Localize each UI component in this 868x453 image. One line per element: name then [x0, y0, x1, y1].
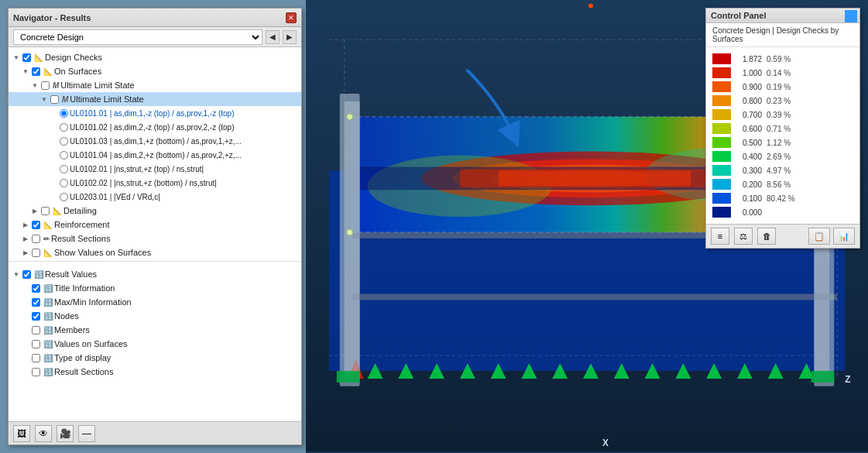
svg-rect-39 [340, 94, 360, 386]
control-panel-footer: ≡ ⚖ 🗑 📋 📊 [706, 224, 859, 248]
checkbox-reinforcement[interactable] [32, 221, 40, 229]
expand-icon: ▼ [12, 54, 21, 61]
tree-item-ul0102-02[interactable]: UL0102.02 | |ns,strut,+z (bottom) / ns,s… [9, 176, 301, 190]
footer-btn-3[interactable]: 🗑 [757, 228, 776, 245]
legend-color-4 [712, 109, 731, 120]
tree-item-result-sections-tree[interactable]: ▶ ✏ Result Sections [9, 232, 301, 245]
tree-item-nodes[interactable]: 🔢 Nodes [9, 309, 301, 323]
tree-item-show-values[interactable]: ▶ 📐 Show Values on Surfaces [9, 245, 301, 259]
checkbox-uls2[interactable] [50, 95, 59, 104]
footer-btn-2[interactable]: ⚖ [734, 228, 753, 245]
legend-pct-2: 0.19 % [767, 83, 791, 91]
legend-row-0: 1.8720.59 % [712, 52, 853, 66]
tree-item-uls2[interactable]: ▼ M Ultimate Limit State [9, 92, 301, 106]
radio-ul0101-02[interactable] [60, 123, 68, 132]
checkbox-title-info[interactable] [32, 284, 40, 293]
tree-item-uls1[interactable]: ▼ M Ultimate Limit State [9, 78, 301, 92]
expand-icon: ▼ [30, 82, 39, 89]
tree-item-reinforcement[interactable]: ▶ 📐 Reinforcement [9, 218, 301, 232]
legend-pct-5: 0.71 % [767, 125, 791, 133]
tree-item-members[interactable]: 🔢 Members [9, 323, 301, 337]
tree-item-ul0203-01[interactable]: UL0203.01 | |VEd / VRd,c| [9, 190, 301, 204]
label-ul0102-01: UL0102.01 | |ns,strut,+z (top) / ns,stru… [70, 165, 204, 173]
icon-on-surfaces: 📐 [43, 67, 53, 76]
radio-ul0102-02[interactable] [60, 179, 68, 187]
prev-arrow-button[interactable]: ◀ [266, 30, 280, 44]
label-values-on-surfaces: Values on Surfaces [54, 339, 128, 348]
checkbox-members[interactable] [32, 326, 40, 335]
legend-row-11: 0.000 [712, 205, 853, 219]
radio-ul0101-01[interactable] [60, 109, 68, 118]
tree-item-on-surfaces[interactable]: ▼ 📐 On Surfaces [9, 64, 301, 78]
checkbox-maxmin[interactable] [32, 298, 40, 307]
tree-item-ul0101-03[interactable]: UL0101.03 | as,dim,1,+z (bottom) / as,pr… [9, 134, 301, 148]
tree-item-design-checks[interactable]: ▼ 📐 Design Checks [9, 50, 301, 64]
navigator-footer: 🖼 👁 🎥 — [9, 421, 301, 444]
radio-ul0101-03[interactable] [60, 137, 68, 146]
tree-item-title-info[interactable]: 🔢 Title Information [9, 281, 301, 295]
footer-btn-4[interactable]: 📋 [808, 228, 830, 245]
tree-item-ul0101-01[interactable]: UL0101.01 | as,dim,1,-z (top) / as,prov,… [9, 106, 301, 120]
legend-value-1: 1.000 [734, 69, 762, 77]
svg-rect-14 [345, 101, 360, 379]
checkbox-values-on-surfaces[interactable] [32, 340, 40, 348]
legend-color-2 [712, 81, 731, 92]
legend-row-4: 0.7000.39 % [712, 108, 853, 122]
tree-item-maxmin[interactable]: 🔢 Max/Min Information [9, 295, 301, 309]
legend-value-7: 0.400 [734, 153, 762, 161]
footer-camera-button[interactable]: 🎥 [57, 425, 74, 442]
svg-marker-26 [614, 363, 630, 379]
label-type-of-display: Type of display [54, 353, 111, 362]
legend-value-8: 0.300 [734, 166, 762, 175]
checkbox-nodes[interactable] [32, 312, 40, 321]
footer-btn-5[interactable]: 📊 [833, 228, 855, 245]
radio-ul0101-04[interactable] [60, 151, 68, 160]
concrete-design-dropdown[interactable]: Concrete Design [13, 29, 262, 45]
tree-item-type-of-display[interactable]: 🔢 Type of display [9, 351, 301, 365]
checkbox-result-sections-bottom[interactable] [32, 368, 40, 376]
tree-item-result-sections-bottom[interactable]: 🔢 Result Sections [9, 365, 301, 379]
tree-item-ul0101-04[interactable]: UL0101.04 | as,dim,2,+z (bottom) / as,pr… [9, 148, 301, 162]
radio-ul0203-01[interactable] [60, 193, 68, 201]
checkbox-design-checks[interactable] [22, 53, 31, 62]
tree-item-detailing[interactable]: ▶ 📐 Detailing [9, 204, 301, 218]
legend-value-0: 1.872 [734, 55, 762, 63]
legend-color-10 [712, 193, 731, 204]
close-button[interactable]: ✕ [286, 12, 297, 23]
tree-item-ul0101-02[interactable]: UL0101.02 | as,dim,2,-z (top) / as,prov,… [9, 120, 301, 134]
expand-icon: ▶ [30, 208, 39, 214]
footer-btn-1[interactable]: ≡ [711, 228, 729, 245]
checkbox-result-values[interactable] [22, 270, 31, 279]
label-on-surfaces: On Surfaces [54, 67, 101, 76]
expand-icon: ▶ [21, 249, 30, 256]
footer-dash-button[interactable]: — [78, 425, 95, 442]
svg-rect-42 [811, 371, 834, 383]
svg-marker-29 [706, 363, 722, 379]
expand-icon: ▶ [21, 235, 30, 242]
tree-item-values-on-surfaces[interactable]: 🔢 Values on Surfaces [9, 337, 301, 351]
svg-text:Z: Z [845, 374, 850, 385]
checkbox-show-values[interactable] [32, 249, 40, 257]
tree-item-result-values[interactable]: ▼ 🔢 Result Values [9, 267, 301, 281]
checkbox-type-of-display[interactable] [32, 354, 40, 362]
footer-screenshot-button[interactable]: 🖼 [13, 425, 30, 442]
svg-marker-33 [348, 359, 364, 379]
checkbox-on-surfaces[interactable] [32, 67, 40, 76]
next-arrow-button[interactable]: ▶ [283, 30, 297, 44]
navigator-panel: Navigator - Results ✕ Concrete Design ◀ … [8, 8, 302, 445]
svg-marker-22 [491, 363, 506, 379]
footer-view-button[interactable]: 👁 [35, 425, 52, 442]
legend: 1.8720.59 %1.0000.14 %0.9000.19 %0.8000.… [706, 47, 859, 224]
label-detailing: Detailing [63, 206, 97, 215]
checkbox-uls1[interactable] [41, 81, 50, 90]
svg-rect-17 [352, 294, 838, 300]
svg-rect-12 [460, 169, 729, 187]
legend-color-0 [712, 53, 731, 64]
tree-item-ul0102-01[interactable]: UL0102.01 | |ns,strut,+z (top) / ns,stru… [9, 162, 301, 176]
label-nodes: Nodes [54, 311, 79, 321]
svg-text:X: X [602, 438, 609, 448]
radio-ul0102-01[interactable] [60, 165, 68, 173]
icon-nodes: 🔢 [43, 312, 53, 321]
checkbox-result-sections-tree[interactable] [32, 235, 40, 243]
checkbox-detailing[interactable] [41, 207, 50, 215]
